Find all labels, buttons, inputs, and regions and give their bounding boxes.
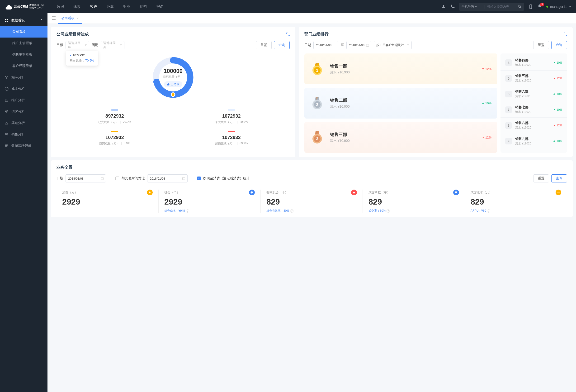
svg-point-3 bbox=[530, 8, 531, 8]
collapse-menu-button[interactable] bbox=[50, 15, 58, 21]
nav-item-4[interactable]: 财务 bbox=[119, 0, 135, 13]
chevron-up-icon: ⌃ bbox=[40, 19, 43, 22]
sidebar-sub-3[interactable]: 客户经理看板 bbox=[0, 60, 48, 72]
sidebar-sub-0[interactable]: 公司看板 bbox=[0, 26, 48, 37]
kpi-card-2: 有效机会（个）829机会有效率：80% ? bbox=[261, 190, 363, 213]
brand-sub: 教育机构一站 式服务云平台 bbox=[29, 4, 44, 9]
cloud-icon bbox=[5, 4, 12, 9]
arrow-icon bbox=[553, 140, 556, 142]
reset-button[interactable]: 重置 bbox=[533, 174, 549, 182]
nav-item-3[interactable]: 公海 bbox=[102, 0, 118, 13]
search-input[interactable] bbox=[488, 5, 516, 8]
sidebar-item-0[interactable]: 漏斗分析 bbox=[0, 72, 48, 83]
rank-row: 5销售五部流水 ¥1902012% bbox=[500, 71, 567, 86]
nav-item-5[interactable]: 运营 bbox=[136, 0, 151, 13]
svg-rect-4 bbox=[5, 19, 6, 20]
user-icon[interactable] bbox=[441, 4, 446, 9]
svg-rect-21 bbox=[101, 178, 104, 180]
arrow-icon bbox=[553, 61, 556, 64]
period-select[interactable]: 请选择周期 bbox=[101, 41, 124, 49]
sidebar-item-3[interactable]: 访客分析 bbox=[0, 106, 48, 117]
status-dot bbox=[546, 6, 548, 8]
help-icon[interactable]: ? bbox=[186, 209, 189, 213]
svg-text:2: 2 bbox=[316, 103, 318, 107]
query-button[interactable]: 查询 bbox=[274, 41, 290, 49]
sidebar-item-6[interactable]: 数据流转记录 bbox=[0, 140, 48, 151]
close-icon[interactable]: × bbox=[76, 16, 79, 20]
nav-item-0[interactable]: 数据 bbox=[53, 0, 68, 13]
rank-row: 7销售七部流水 ¥1902010% bbox=[500, 102, 567, 118]
tabs-bar: 公司看板 × bbox=[48, 13, 576, 24]
svg-rect-22 bbox=[183, 178, 185, 180]
mobile-icon[interactable] bbox=[528, 4, 533, 9]
logo: 云朵CRM 教育机构一站 式服务云平台 bbox=[5, 4, 46, 9]
overview-panel: 业务全景 日期 2018/01/08 与其他时间对比 2018/01/08 按现… bbox=[51, 160, 573, 217]
search-type-select[interactable]: 手机号码 ▼ bbox=[461, 4, 482, 9]
help-icon[interactable]: ? bbox=[290, 209, 293, 213]
kpi-icon bbox=[249, 190, 255, 195]
notification-button[interactable]: 5 bbox=[537, 4, 542, 9]
dashboard-icon bbox=[5, 19, 8, 22]
checkbox-checked bbox=[197, 177, 201, 180]
overview-filters: 日期 2018/01/08 与其他时间对比 2018/01/08 按现金消费（返… bbox=[57, 174, 567, 182]
sidebar-item-1[interactable]: 成本分析 bbox=[0, 83, 48, 94]
expand-icon[interactable] bbox=[286, 32, 290, 36]
arrow-icon bbox=[482, 68, 484, 70]
date-to-input[interactable]: 2018/01/08 bbox=[346, 41, 371, 49]
help-icon[interactable]: ? bbox=[487, 209, 490, 213]
rank-panel: 部门业绩排行 日期 2018/01/08 至 2018/01/08 按工单客户经… bbox=[299, 27, 573, 157]
arrow-icon bbox=[553, 77, 556, 80]
kpi-card-3: 成交单数（单）829成交率：80% ? bbox=[363, 190, 465, 213]
metric-item: 1072932超额完成（元）|89.9% bbox=[173, 128, 290, 149]
hamburger-icon bbox=[52, 16, 56, 20]
kpi-card-1: 机会（个）2929机会成本：¥948 ? bbox=[159, 190, 261, 213]
app-header: 云朵CRM 教育机构一站 式服务云平台 数据线索客户公海财务运营报名 手机号码 … bbox=[0, 0, 576, 13]
expand-icon[interactable] bbox=[564, 32, 567, 36]
nav-item-1[interactable]: 线索 bbox=[69, 0, 85, 13]
help-icon[interactable]: ? bbox=[387, 209, 390, 213]
search-icon[interactable] bbox=[518, 5, 522, 8]
compare-toggle[interactable]: 与其他时间对比 bbox=[115, 176, 145, 181]
achieved-badge: 已达成 bbox=[164, 81, 182, 87]
top-nav: 数据线索客户公海财务运营报名 bbox=[53, 0, 441, 13]
date-input-1[interactable]: 2018/01/08 bbox=[65, 174, 106, 182]
kpi-card-4: 成交流水（元）829ARPU：¥80 ? bbox=[465, 190, 567, 213]
menu-icon bbox=[5, 87, 8, 91]
kpi-card-0: 消费（元）2929 bbox=[57, 190, 159, 213]
menu-icon bbox=[5, 76, 8, 79]
svg-rect-5 bbox=[7, 19, 8, 20]
reset-button[interactable]: 重置 bbox=[533, 41, 549, 49]
calendar-icon bbox=[182, 177, 185, 180]
panel-title: 业务全景 bbox=[57, 165, 73, 170]
rank-card-3: 3销售三部流水 ¥10,90012% bbox=[304, 122, 497, 153]
query-button[interactable]: 查询 bbox=[551, 41, 567, 49]
date-input-2[interactable]: 2018/01/08 bbox=[147, 174, 188, 182]
cash-toggle[interactable]: 按现金消费（返点后消费）统计 bbox=[197, 176, 250, 181]
header-tools: 手机号码 ▼ | 5 manager11 ▼ bbox=[441, 3, 571, 11]
nav-item-2[interactable]: 客户 bbox=[86, 0, 101, 13]
sidebar-group-dashboard[interactable]: 数据看板 ⌃ bbox=[0, 15, 48, 26]
sidebar-item-2[interactable]: 推广分析 bbox=[0, 94, 48, 106]
sidebar-item-4[interactable]: 渠道分析 bbox=[0, 117, 48, 129]
sidebar-sub-2[interactable]: 销售主管看板 bbox=[0, 49, 48, 60]
query-button[interactable]: 查询 bbox=[551, 174, 567, 182]
user-menu[interactable]: manager11 ▼ bbox=[546, 5, 571, 8]
svg-rect-6 bbox=[5, 21, 6, 22]
nav-item-6[interactable]: 报名 bbox=[152, 0, 168, 13]
reset-button[interactable]: 重置 bbox=[256, 41, 272, 49]
phone-icon[interactable] bbox=[450, 4, 455, 9]
calendar-icon bbox=[366, 43, 369, 47]
sidebar-item-5[interactable]: 销售分析 bbox=[0, 129, 48, 140]
date-label: 日期 bbox=[304, 43, 311, 47]
rank-card-2: 2销售二部流水 ¥10,90010% bbox=[304, 88, 497, 119]
groupby-select[interactable]: 按工单客户经理统计 bbox=[374, 41, 412, 49]
sidebar-sub-1[interactable]: 推广主管看板 bbox=[0, 37, 48, 49]
tab-company-board[interactable]: 公司看板 × bbox=[58, 13, 82, 24]
date-from-input[interactable]: 2018/01/08 bbox=[314, 41, 338, 49]
kpi-icon bbox=[351, 190, 357, 195]
target-select[interactable]: 请选择目标 bbox=[65, 41, 89, 49]
panel-title: 公司业绩目标达成 bbox=[57, 31, 89, 37]
medal-icon: 2 bbox=[310, 96, 324, 110]
svg-text:1: 1 bbox=[316, 68, 318, 72]
arrow-icon bbox=[482, 102, 484, 104]
